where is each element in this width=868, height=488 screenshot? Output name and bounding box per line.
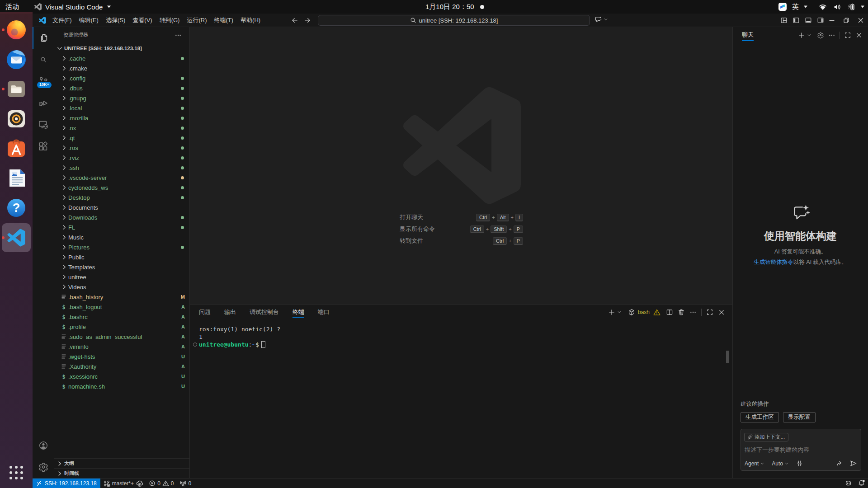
menu-help[interactable]: 帮助(H) xyxy=(237,14,264,27)
activity-remote-explorer[interactable] xyxy=(33,114,54,136)
activity-extensions[interactable] xyxy=(33,136,54,157)
activity-account[interactable] xyxy=(33,435,54,456)
panel-tab-端口[interactable]: 端口 xyxy=(318,305,330,320)
new-terminal-icon[interactable] xyxy=(608,309,615,316)
sidebar-more-icon[interactable] xyxy=(175,32,182,39)
focused-app-title[interactable]: Visual Studio Code xyxy=(34,0,112,14)
activity-settings-gear[interactable] xyxy=(33,456,54,478)
tree-item[interactable]: .mozilla xyxy=(54,113,189,123)
tree-item[interactable]: $.bash_logoutA xyxy=(54,302,189,312)
clock[interactable]: 1月10日 20：50 xyxy=(425,0,484,14)
remote-indicator[interactable]: SSH: 192.168.123.18 xyxy=(33,479,100,488)
tree-item[interactable]: .dbus xyxy=(54,83,189,93)
chat-input-box[interactable]: 添加上下文... 描述下一步要构建的内容 Agent Auto xyxy=(741,429,861,471)
tools-icon[interactable] xyxy=(796,460,803,467)
close-chat-icon[interactable] xyxy=(855,32,863,39)
tree-item[interactable]: Pictures xyxy=(54,242,189,252)
panel-tab-调试控制台[interactable]: 调试控制台 xyxy=(250,305,279,320)
volume-icon[interactable] xyxy=(833,3,841,11)
mode-picker[interactable]: Agent xyxy=(745,460,764,467)
maximize-chat-icon[interactable] xyxy=(844,32,851,39)
menu-edit[interactable]: 编辑(E) xyxy=(75,14,102,27)
tree-item[interactable]: .wget-hstsU xyxy=(54,352,189,361)
terminal[interactable]: ros:foxy(1) noetic(2) ?1unitree@ubuntu:~… xyxy=(199,325,280,348)
tree-item[interactable]: $nomachine.shU xyxy=(54,381,189,391)
outline-section[interactable]: 大纲 xyxy=(54,458,189,468)
chat-settings-icon[interactable] xyxy=(817,32,824,39)
suggested-action-button[interactable]: 显示配置 xyxy=(783,412,816,422)
send-icon[interactable] xyxy=(849,460,857,467)
activity-run-debug[interactable] xyxy=(33,92,54,114)
tree-item[interactable]: .nx xyxy=(54,123,189,133)
activity-search[interactable] xyxy=(33,49,54,70)
tree-item[interactable]: $.profileA xyxy=(54,322,189,332)
toggle-panel-button[interactable] xyxy=(805,17,812,24)
system-tray[interactable]: 英 xyxy=(778,0,865,14)
notifications-bell[interactable] xyxy=(855,479,868,488)
tree-item[interactable]: $.xsessionrcU xyxy=(54,371,189,381)
tree-item[interactable]: .ssh xyxy=(54,163,189,173)
add-context-button[interactable]: 添加上下文... xyxy=(744,433,788,441)
tree-item[interactable]: .config xyxy=(54,73,189,83)
maximize-panel-icon[interactable] xyxy=(706,309,713,316)
menu-terminal[interactable]: 终端(T) xyxy=(210,14,237,27)
vscode-menu-icon[interactable] xyxy=(39,17,46,24)
activity-source-control[interactable]: 10K+ xyxy=(33,70,54,92)
chat-more-icon[interactable] xyxy=(828,32,835,39)
input-method-icon[interactable] xyxy=(778,2,787,11)
dock-item-libreoffice-writer[interactable] xyxy=(5,167,27,189)
close-button[interactable] xyxy=(857,17,864,24)
bash-icon[interactable] xyxy=(628,309,635,316)
tree-item[interactable]: FL xyxy=(54,222,189,232)
toggle-secondary-sidebar-button[interactable] xyxy=(817,17,824,24)
panel-more-icon[interactable] xyxy=(689,309,697,316)
customize-layout-button[interactable] xyxy=(780,17,788,24)
tree-item[interactable]: .bash_historyM xyxy=(54,292,189,302)
dock-item-rhythmbox[interactable] xyxy=(5,108,27,130)
tree-item[interactable]: Templates xyxy=(54,262,189,272)
menu-file[interactable]: 文件(F) xyxy=(49,14,75,27)
tree-item[interactable]: .sudo_as_admin_successfulA xyxy=(54,332,189,342)
tree-item[interactable]: .vscode-server xyxy=(54,173,189,183)
tree-item[interactable]: .ros xyxy=(54,143,189,153)
dock-item-help[interactable]: ? xyxy=(5,197,27,219)
show-applications-button[interactable] xyxy=(8,465,24,481)
terminal-warning-icon[interactable] xyxy=(653,309,660,316)
panel-tab-问题[interactable]: 问题 xyxy=(199,305,211,320)
shell-label[interactable]: bash xyxy=(638,309,650,315)
problems-item[interactable]: 0 0 xyxy=(146,479,176,488)
kill-terminal-icon[interactable] xyxy=(678,309,685,316)
tree-item[interactable]: .viminfoA xyxy=(54,342,189,352)
split-terminal-icon[interactable] xyxy=(666,309,673,316)
tree-item[interactable]: .cmake xyxy=(54,63,189,73)
battery-icon[interactable] xyxy=(847,3,856,10)
tree-item[interactable]: Music xyxy=(54,232,189,242)
tree-item[interactable]: .rviz xyxy=(54,153,189,163)
nav-forward-icon[interactable] xyxy=(304,17,311,24)
ports-item[interactable]: 0 xyxy=(177,479,194,488)
tree-root[interactable]: UNITREE [SSH: 192.168.123.18] xyxy=(54,43,189,53)
tab-chat[interactable]: 聊天 xyxy=(742,27,754,43)
menu-run[interactable]: 运行(R) xyxy=(183,14,210,27)
editor-area[interactable]: 打开聊天Ctrl+Alt+I显示所有命令Ctrl+Shift+P转到文件Ctrl… xyxy=(190,27,732,304)
tree-item[interactable]: Desktop xyxy=(54,192,189,202)
tree-item[interactable]: .XauthorityA xyxy=(54,361,189,371)
terminal-scrollbar[interactable] xyxy=(726,351,729,363)
dock-item-vscode[interactable] xyxy=(5,227,27,249)
nav-back-icon[interactable] xyxy=(291,17,298,24)
chevron-down-icon[interactable] xyxy=(807,33,811,38)
voice-arrow-icon[interactable] xyxy=(836,460,843,467)
command-center[interactable]: unitree [SSH: 192.168.123.18] xyxy=(318,15,590,26)
wifi-icon[interactable] xyxy=(819,3,827,11)
tree-item[interactable]: Documents xyxy=(54,202,189,212)
tree-item[interactable]: .gnupg xyxy=(54,93,189,103)
panel-tab-输出[interactable]: 输出 xyxy=(224,305,236,320)
copilot-titlebar-button[interactable] xyxy=(594,16,608,23)
copilot-status-item[interactable] xyxy=(842,479,855,488)
new-chat-icon[interactable] xyxy=(798,32,805,39)
model-picker[interactable]: Auto xyxy=(772,460,789,467)
tree-item[interactable]: Public xyxy=(54,252,189,262)
dock-item-files[interactable] xyxy=(5,78,27,100)
tree-item[interactable]: .cache xyxy=(54,53,189,63)
panel-tab-终端[interactable]: 终端 xyxy=(292,305,304,320)
